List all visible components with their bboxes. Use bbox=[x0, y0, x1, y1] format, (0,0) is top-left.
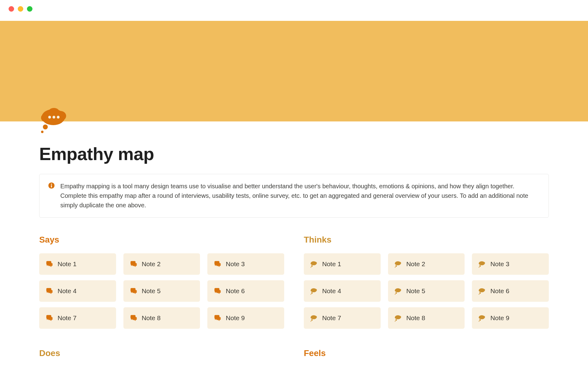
speech-bubbles-icon bbox=[130, 260, 138, 268]
note-card[interactable]: Note 7 bbox=[304, 307, 381, 329]
svg-point-16 bbox=[311, 267, 311, 268]
svg-point-39 bbox=[482, 289, 485, 291]
note-label: Note 2 bbox=[142, 260, 161, 268]
minimize-window-button[interactable] bbox=[18, 6, 23, 12]
svg-point-8 bbox=[57, 116, 60, 119]
thought-cloud-icon bbox=[310, 314, 318, 322]
speech-bubbles-icon bbox=[130, 314, 138, 322]
svg-point-38 bbox=[479, 289, 481, 292]
note-card[interactable]: Note 9 bbox=[472, 307, 549, 329]
note-card[interactable]: Note 4 bbox=[39, 280, 116, 302]
note-card[interactable]: Note 1 bbox=[39, 253, 116, 275]
section-heading-thinks[interactable]: Thinks bbox=[304, 235, 549, 245]
thought-cloud-icon bbox=[310, 260, 318, 268]
svg-point-28 bbox=[311, 289, 313, 292]
note-card[interactable]: Note 2 bbox=[123, 253, 200, 275]
speech-bubbles-icon bbox=[45, 260, 53, 268]
note-card[interactable]: Note 3 bbox=[207, 253, 284, 275]
note-card[interactable]: Note 5 bbox=[123, 280, 200, 302]
sections-row-2: Does Feels bbox=[39, 348, 549, 367]
fullscreen-window-button[interactable] bbox=[27, 6, 32, 12]
svg-point-20 bbox=[395, 265, 397, 267]
thought-cloud-icon bbox=[394, 287, 402, 295]
svg-point-3 bbox=[48, 108, 59, 117]
note-card[interactable]: Note 2 bbox=[388, 253, 465, 275]
svg-point-29 bbox=[314, 289, 317, 291]
note-label: Note 8 bbox=[406, 314, 425, 322]
note-card[interactable]: Note 8 bbox=[123, 307, 200, 329]
section-thinks: Thinks Note 1 Note 2 bbox=[304, 235, 549, 348]
thought-cloud-icon bbox=[478, 314, 486, 322]
svg-point-50 bbox=[395, 319, 397, 321]
note-card[interactable]: Note 5 bbox=[388, 280, 465, 302]
svg-point-25 bbox=[479, 265, 481, 267]
note-label: Note 6 bbox=[226, 287, 245, 295]
cover-banner[interactable] bbox=[0, 21, 588, 121]
svg-point-15 bbox=[311, 265, 313, 267]
note-label: Note 9 bbox=[226, 314, 245, 322]
speech-bubbles-icon bbox=[213, 314, 221, 322]
speech-bubbles-icon bbox=[130, 287, 138, 295]
svg-point-54 bbox=[482, 316, 485, 318]
svg-point-34 bbox=[398, 289, 401, 291]
svg-point-45 bbox=[311, 319, 313, 321]
note-card[interactable]: Note 1 bbox=[304, 253, 381, 275]
svg-point-53 bbox=[479, 316, 481, 319]
speech-bubbles-icon bbox=[213, 260, 221, 268]
speech-bubbles-icon bbox=[45, 287, 53, 295]
page-title[interactable]: Empathy map bbox=[39, 144, 549, 164]
svg-point-56 bbox=[479, 321, 480, 322]
speech-bubbles-icon bbox=[213, 287, 221, 295]
note-label: Note 3 bbox=[226, 260, 245, 268]
info-callout[interactable]: Empathy mapping is a tool many design te… bbox=[39, 174, 549, 218]
svg-point-40 bbox=[479, 292, 481, 294]
note-label: Note 5 bbox=[142, 287, 161, 295]
note-label: Note 1 bbox=[322, 260, 341, 268]
section-says: Says Note 1 Note 2 bbox=[39, 235, 284, 348]
svg-point-4 bbox=[43, 125, 48, 129]
thought-cloud-icon bbox=[478, 260, 486, 268]
note-card[interactable]: Note 6 bbox=[472, 280, 549, 302]
note-card[interactable]: Note 6 bbox=[207, 280, 284, 302]
close-window-button[interactable] bbox=[9, 6, 14, 12]
svg-point-18 bbox=[395, 263, 397, 265]
svg-point-49 bbox=[398, 316, 401, 318]
section-heading-says[interactable]: Says bbox=[39, 235, 284, 245]
svg-point-31 bbox=[311, 294, 311, 295]
note-label: Note 2 bbox=[406, 260, 425, 268]
note-card[interactable]: Note 8 bbox=[388, 307, 465, 329]
section-heading-does[interactable]: Does bbox=[39, 348, 284, 358]
svg-point-55 bbox=[479, 319, 481, 321]
note-label: Note 9 bbox=[490, 314, 509, 322]
thought-cloud-icon bbox=[394, 314, 402, 322]
note-card[interactable]: Note 3 bbox=[472, 253, 549, 275]
thought-cloud-icon bbox=[478, 287, 486, 295]
svg-point-13 bbox=[311, 263, 313, 265]
thought-cloud-icon bbox=[310, 287, 318, 295]
speech-bubbles-icon bbox=[45, 314, 53, 322]
note-card[interactable]: Note 4 bbox=[304, 280, 381, 302]
svg-point-10 bbox=[51, 184, 52, 185]
callout-text: Empathy mapping is a tool many design te… bbox=[60, 182, 540, 210]
note-label: Note 4 bbox=[58, 287, 77, 295]
note-label: Note 3 bbox=[490, 260, 509, 268]
note-label: Note 4 bbox=[322, 287, 341, 295]
sections-row-1: Says Note 1 Note 2 bbox=[39, 235, 549, 348]
svg-point-5 bbox=[41, 131, 43, 133]
section-heading-feels[interactable]: Feels bbox=[304, 348, 549, 358]
note-card[interactable]: Note 9 bbox=[207, 307, 284, 329]
section-feels: Feels bbox=[304, 348, 549, 367]
svg-point-21 bbox=[395, 267, 396, 268]
svg-point-23 bbox=[479, 263, 481, 265]
note-label: Note 8 bbox=[142, 314, 161, 322]
svg-point-14 bbox=[314, 262, 317, 264]
thought-cloud-icon bbox=[394, 260, 402, 268]
svg-point-6 bbox=[48, 116, 51, 119]
svg-point-7 bbox=[53, 116, 55, 119]
svg-point-44 bbox=[314, 316, 317, 318]
note-card[interactable]: Note 7 bbox=[39, 307, 116, 329]
page-thought-bubble-icon[interactable] bbox=[39, 105, 70, 136]
svg-point-41 bbox=[479, 294, 480, 295]
note-label: Note 6 bbox=[490, 287, 509, 295]
svg-point-19 bbox=[398, 262, 401, 264]
